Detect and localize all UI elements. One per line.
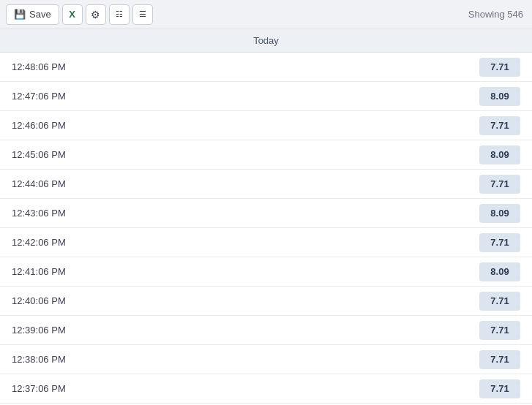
content-area: Today 12:48:06 PM7.7112:47:06 PM8.0912:4… (0, 29, 532, 405)
row-value: 7.71 (479, 58, 520, 77)
table-row[interactable]: 12:41:06 PM8.09 (0, 257, 532, 287)
table-row[interactable]: 12:47:06 PM8.09 (0, 82, 532, 111)
showing-count: Showing 546 (468, 9, 523, 20)
row-value: 8.09 (479, 204, 520, 223)
row-time: 12:45:06 PM (12, 149, 479, 160)
row-time: 12:38:06 PM (12, 354, 479, 365)
row-value: 8.09 (479, 262, 520, 281)
settings-button[interactable]: ⚙ (86, 4, 106, 25)
grid-icon: ☷ (116, 10, 123, 19)
table-row[interactable]: 12:48:06 PM7.71 (0, 53, 532, 82)
row-value: 7.71 (479, 379, 520, 398)
row-time: 12:39:06 PM (12, 325, 479, 336)
row-time: 12:47:06 PM (12, 91, 479, 102)
row-time: 12:41:06 PM (12, 266, 479, 277)
row-value: 8.09 (479, 145, 520, 164)
save-icon: 💾 (14, 9, 26, 20)
row-time: 12:42:06 PM (12, 237, 479, 248)
row-value: 7.71 (479, 292, 520, 311)
row-time: 12:43:06 PM (12, 208, 479, 219)
excel-button[interactable]: X (62, 4, 83, 25)
row-value: 8.09 (479, 87, 520, 106)
table-row[interactable]: 12:45:06 PM8.09 (0, 140, 532, 170)
table-row[interactable]: 12:44:06 PM7.71 (0, 170, 532, 199)
row-value: 7.71 (479, 350, 520, 369)
row-time: 12:37:06 PM (12, 383, 479, 394)
row-time: 12:40:06 PM (12, 295, 479, 306)
row-time: 12:46:06 PM (12, 120, 479, 131)
row-time: 12:48:06 PM (12, 61, 479, 72)
row-value: 7.71 (479, 175, 520, 194)
table-row[interactable]: 12:46:06 PM7.71 (0, 111, 532, 140)
table-row[interactable]: 12:43:06 PM8.09 (0, 199, 532, 228)
save-button[interactable]: 💾 Save (6, 4, 59, 25)
view-toggle-button[interactable]: ☷ (109, 4, 130, 25)
list-icon: ☰ (139, 10, 146, 19)
list-view-button[interactable]: ☰ (132, 4, 153, 25)
excel-icon: X (69, 9, 75, 20)
row-value: 7.71 (479, 233, 520, 252)
table-row[interactable]: 12:38:06 PM7.71 (0, 345, 532, 374)
table-row[interactable]: 12:37:06 PM7.71 (0, 374, 532, 404)
toolbar: 💾 Save X ⚙ ☷ ☰ Showing 546 (0, 0, 532, 29)
gear-icon: ⚙ (91, 9, 100, 20)
table-row[interactable]: 12:40:06 PM7.71 (0, 287, 532, 316)
row-time: 12:44:06 PM (12, 178, 479, 189)
row-value: 7.71 (479, 321, 520, 340)
table-row[interactable]: 12:42:06 PM7.71 (0, 228, 532, 257)
table-row[interactable]: 12:39:06 PM7.71 (0, 316, 532, 345)
row-value: 7.71 (479, 116, 520, 135)
save-label: Save (29, 9, 51, 20)
section-header: Today (0, 29, 532, 53)
